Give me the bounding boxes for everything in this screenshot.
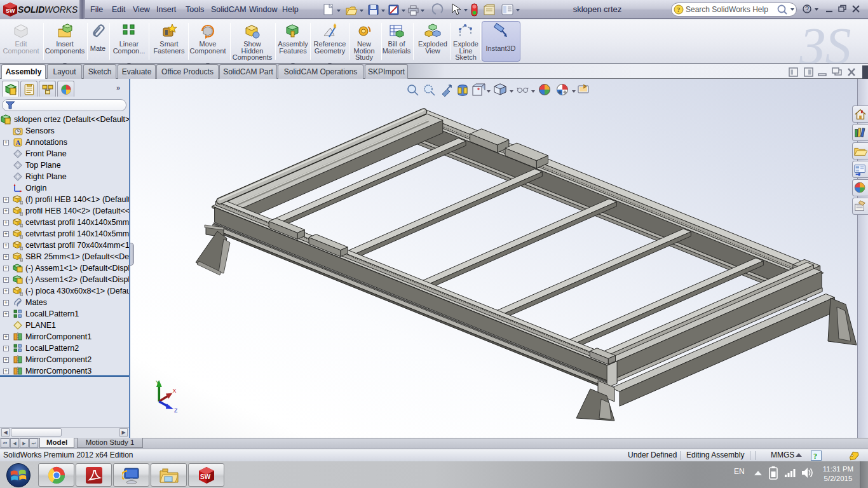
svg-text:Z: Z	[174, 407, 178, 413]
svg-text:?: ?	[677, 6, 680, 13]
svg-text:SW: SW	[6, 8, 15, 14]
svg-text:?: ?	[813, 452, 817, 461]
svg-text:X: X	[172, 388, 176, 394]
svg-text:A: A	[16, 139, 21, 146]
svg-text:?: ?	[805, 5, 809, 13]
svg-text:SW: SW	[200, 473, 211, 480]
svg-text:Y: Y	[156, 379, 159, 386]
